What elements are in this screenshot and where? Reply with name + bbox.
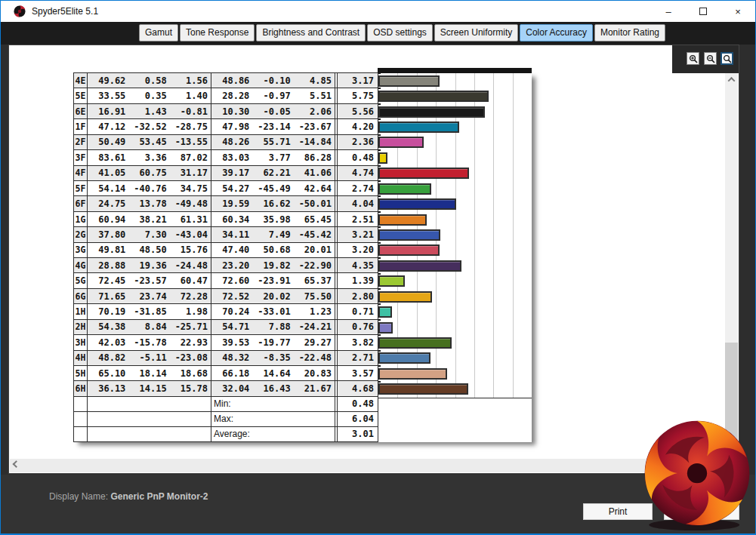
target-lab-values: 71.6523.7472.28 — [88, 289, 211, 303]
axis-tick — [378, 211, 381, 213]
summary-value: 6.04 — [338, 412, 377, 426]
empty-cell — [74, 427, 88, 441]
patch-label: 4G — [74, 258, 88, 272]
summary-label: Min: — [211, 397, 335, 411]
patch-label: 6H — [74, 381, 88, 395]
empty-cell — [88, 412, 211, 426]
axis-tick — [378, 350, 381, 352]
patch-label: 6G — [74, 289, 88, 303]
table-row: 1H70.19-31.851.9870.24-33.011.230.71 — [74, 304, 378, 319]
measured-lab-values: 34.117.49-45.42 — [211, 227, 335, 241]
zoom-out-button[interactable] — [704, 52, 717, 65]
summary-row: Min:0.48 — [74, 397, 378, 412]
delta-e-value: 5.56 — [338, 104, 377, 118]
delta-e-value: 4.20 — [338, 119, 377, 134]
delta-e-bar — [378, 368, 447, 380]
target-lab-values: 42.03-15.7822.93 — [88, 335, 211, 349]
gridline — [513, 73, 514, 398]
maximize-button[interactable] — [686, 1, 721, 22]
close-button[interactable]: × — [721, 1, 755, 22]
patch-label: 1G — [74, 212, 88, 226]
measured-lab-values: 28.28-0.975.51 — [211, 88, 335, 103]
table-row: 4H48.82-5.11-23.0848.32-8.35-22.482.71 — [74, 351, 378, 366]
horizontal-scrollbar[interactable] — [10, 459, 725, 472]
patch-label: 3G — [74, 243, 88, 257]
delta-e-value: 5.75 — [338, 88, 377, 103]
summary-value: 3.01 — [338, 427, 377, 441]
delta-e-value: 2.51 — [338, 212, 377, 226]
delta-e-value: 3.17 — [338, 73, 377, 88]
delta-e-value: 3.82 — [338, 335, 377, 349]
display-name: Display Name: Generic PnP Monitor-2 — [49, 491, 208, 502]
table-row: 5H65.1018.1418.6866.1814.6420.833.57 — [74, 366, 378, 381]
tab-gamut[interactable]: Gamut — [139, 24, 178, 42]
measured-lab-values: 72.5220.0275.50 — [211, 289, 335, 303]
tab-osd-settings[interactable]: OSD settings — [367, 24, 433, 42]
patch-label: 4F — [74, 166, 88, 180]
zoom-in-button[interactable] — [687, 52, 699, 65]
maximize-icon — [699, 8, 707, 15]
table-row: 5E33.550.351.4028.28-0.975.515.75 — [74, 88, 378, 103]
table-row: 2G37.807.30-43.0434.117.49-45.423.21 — [74, 227, 378, 242]
lab-values-table: 4E49.620.581.5648.86-0.104.853.175E33.55… — [74, 73, 378, 442]
chart-top-strip — [378, 68, 532, 73]
table-row: 3G49.8148.5015.7647.4050.6820.013.20 — [74, 243, 378, 258]
delta-e-value: 4.35 — [338, 258, 377, 272]
table-row: 5G72.45-23.5760.4772.60-23.9165.371.39 — [74, 273, 378, 288]
measured-lab-values: 54.27-45.4942.64 — [211, 181, 335, 195]
app-window: Spyder5Elite 5.1 – × GamutTone ResponseB… — [0, 0, 756, 535]
target-lab-values: 24.7513.78-49.48 — [88, 196, 211, 211]
target-lab-values: 28.8819.36-24.48 — [88, 258, 211, 272]
target-lab-values: 54.388.84-25.71 — [88, 320, 211, 334]
vertical-scrollbar[interactable] — [725, 73, 738, 459]
delta-e-bar — [378, 75, 440, 87]
gridline — [493, 73, 494, 398]
table-row: 6F24.7513.78-49.4819.5916.62-50.014.04 — [74, 196, 378, 211]
delta-e-bar — [378, 168, 469, 179]
target-lab-values: 36.1314.1515.78 — [88, 381, 211, 395]
delta-e-bar — [378, 306, 392, 318]
table-row: 6E16.911.43-0.8110.30-0.052.065.56 — [74, 104, 378, 119]
delta-e-bar — [378, 244, 440, 256]
measured-lab-values: 23.2019.82-22.90 — [211, 258, 335, 272]
tab-monitor-rating[interactable]: Monitor Rating — [594, 24, 665, 42]
table-row: 1F47.12-32.52-28.7547.98-23.14-23.674.20 — [74, 119, 378, 134]
target-lab-values: 83.613.3687.02 — [88, 150, 211, 164]
tab-screen-uniformity[interactable]: Screen Uniformity — [434, 24, 518, 42]
axis-tick — [378, 319, 381, 321]
delta-e-value: 0.71 — [338, 304, 377, 318]
table-row: 3F83.613.3687.0283.033.7786.280.48 — [74, 150, 378, 165]
window-controls: – × — [651, 1, 755, 22]
zoom-toolbar — [672, 45, 739, 73]
measured-lab-values: 60.3435.9865.45 — [211, 212, 335, 226]
axis-tick — [378, 134, 381, 136]
delta-e-bar — [378, 183, 431, 195]
tab-brightness-and-contrast[interactable]: Brightness and Contrast — [256, 24, 366, 42]
delta-e-bar — [378, 91, 489, 102]
measured-lab-values: 48.86-0.104.85 — [211, 73, 335, 88]
patch-label: 5H — [74, 366, 88, 380]
empty-cell — [88, 397, 211, 411]
zoom-reset-button[interactable] — [721, 52, 733, 65]
measured-lab-values: 47.4050.6820.01 — [211, 243, 335, 257]
summary-row: Max:6.04 — [74, 412, 378, 427]
delta-e-bar — [378, 275, 405, 287]
scroll-left-button[interactable] — [10, 459, 23, 472]
measured-lab-values: 66.1814.6420.83 — [211, 366, 335, 380]
measured-lab-values: 32.0416.4321.67 — [211, 381, 335, 395]
scroll-up-button[interactable] — [725, 73, 738, 86]
axis-tick — [378, 180, 381, 182]
delta-e-bar — [378, 198, 456, 210]
table-row: 4F41.0560.7531.1739.1762.2141.064.74 — [74, 166, 378, 181]
tab-color-accuracy[interactable]: Color Accuracy — [520, 24, 593, 42]
minimize-button[interactable]: – — [651, 1, 686, 22]
table-row: 1G60.9438.2161.3160.3435.9865.452.51 — [74, 212, 378, 227]
delta-e-value: 4.04 — [338, 196, 377, 211]
patch-label: 5E — [74, 88, 88, 103]
measured-lab-values: 39.53-19.7729.27 — [211, 335, 335, 349]
delta-e-value: 2.71 — [338, 351, 377, 365]
table-row: 4E49.620.581.5648.86-0.104.853.17 — [74, 73, 378, 88]
tab-tone-response[interactable]: Tone Response — [180, 24, 255, 42]
zoom-out-icon — [706, 54, 715, 63]
measured-lab-values: 47.98-23.14-23.67 — [211, 119, 335, 134]
